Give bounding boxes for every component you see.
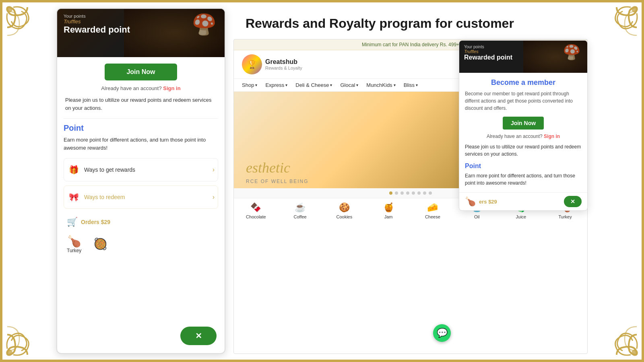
express-arrow-icon: ▾ <box>285 83 287 87</box>
right-panel: Rewards and Royalty program for customer… <box>233 8 588 354</box>
munchkids-label: MunchKids <box>366 82 392 88</box>
right-popup: Your points Truffles Rewarded point 🍄 Be… <box>459 40 588 211</box>
become-member-desc: Become our member to get reward point th… <box>465 90 582 112</box>
dot-7[interactable] <box>423 191 426 195</box>
dot-8[interactable] <box>429 191 432 195</box>
logo-image: 🏆 <box>242 54 262 74</box>
nav-express[interactable]: Express ▾ <box>265 82 287 88</box>
ornament-bottom-left <box>3 311 52 359</box>
turkey-label: Turkey <box>67 248 81 253</box>
orders-icon: 🛒 <box>67 217 78 227</box>
point-description: Earn more point for different actions, a… <box>64 136 218 152</box>
popup-body: Become a member Become our member to get… <box>459 73 587 192</box>
dot-5[interactable] <box>412 191 415 195</box>
category-cookies[interactable]: 🍪 Cookies <box>322 202 367 219</box>
left-phone-mockup: Your points Truffles Rewarded point 🍄 Jo… <box>56 8 225 354</box>
sign-in-link[interactable]: Sign in <box>163 85 180 91</box>
popup-join-button[interactable]: Join Now <box>503 117 544 130</box>
dot-2[interactable] <box>395 191 398 195</box>
point-title: Point <box>64 123 218 133</box>
chocolate-icon: 🍫 <box>250 202 261 213</box>
svg-point-2 <box>6 350 12 356</box>
shop-arrow-icon: ▾ <box>255 83 257 87</box>
close-button[interactable]: ✕ <box>180 327 217 345</box>
munchkids-arrow-icon: ▾ <box>394 83 396 87</box>
phone-header-text: Your points Truffles Rewarded point <box>64 14 218 35</box>
svg-point-1 <box>632 6 638 12</box>
bliss-arrow-icon: ▾ <box>416 83 418 87</box>
hero-sub-text: RCE OF WELL BEING <box>246 179 309 184</box>
category-cheese[interactable]: 🧀 Cheese <box>411 202 455 219</box>
ornament-top-right <box>592 3 641 51</box>
cookies-label: Cookies <box>336 214 353 219</box>
account-text: Already have an account? Sign in <box>64 85 218 91</box>
orders-bar: 🛒 Orders $29 <box>64 213 218 231</box>
main-container: Your points Truffles Rewarded point 🍄 Jo… <box>56 8 588 354</box>
jam-icon: 🍯 <box>383 202 394 213</box>
dot-1[interactable] <box>389 191 392 195</box>
ways-get-label: Ways to get rewards <box>84 167 135 173</box>
popup-header: Your points Truffles Rewarded point 🍄 <box>459 41 587 73</box>
category-jam[interactable]: 🍯 Jam <box>366 202 411 219</box>
description-text: Please join us to ultilize our reward po… <box>64 96 218 112</box>
site-logo: 🏆 Greatshub Rewards & Loyalty <box>242 54 302 74</box>
dot-6[interactable] <box>417 191 421 195</box>
svg-point-0 <box>6 6 12 12</box>
join-now-button[interactable]: Join Now <box>105 64 177 80</box>
deli-arrow-icon: ▾ <box>330 83 332 87</box>
popup-sign-in-link[interactable]: Sign in <box>544 134 560 139</box>
ornament-top-left <box>3 3 52 51</box>
category-chocolate[interactable]: 🍫 Chocolate <box>234 202 278 219</box>
gift-icon: 🎁 <box>67 163 80 176</box>
popup-please-text: Please join us to ultilize our reward po… <box>465 143 582 158</box>
nav-shop[interactable]: Shop ▾ <box>242 82 257 88</box>
ornament-bottom-right <box>592 311 641 359</box>
logo-subtitle: Rewards & Loyalty <box>265 66 302 70</box>
phone-header-rewarded: Rewarded point <box>64 25 218 35</box>
turkey-icon: 🍗 <box>67 234 81 248</box>
express-label: Express <box>265 82 284 88</box>
ways-get-rewards-item[interactable]: 🎁 Ways to get rewards › <box>64 158 218 181</box>
popup-bottom-bar: 🍗 ers $29 ✕ <box>459 192 587 210</box>
turkey2-icon: 🥘 <box>93 237 107 251</box>
nav-deli[interactable]: Deli & Cheese ▾ <box>295 82 332 88</box>
ways-redeem-item[interactable]: 🎀 Ways to redeem › <box>64 185 218 209</box>
nav-glocal[interactable]: Glocal ▾ <box>340 82 358 88</box>
cheese-icon: 🧀 <box>427 202 438 213</box>
shop-label: Shop <box>242 82 254 88</box>
category-coffee[interactable]: ☕ Coffee <box>278 202 322 219</box>
bliss-label: Bliss <box>404 82 415 88</box>
phone-header-truffle: Truffles <box>64 19 218 25</box>
become-member-title: Become a member <box>465 78 582 87</box>
redeem-icon: 🎀 <box>67 191 80 204</box>
chevron-right-redeem-icon: › <box>213 193 215 201</box>
coffee-label: Coffee <box>294 214 307 219</box>
popup-close-button[interactable]: ✕ <box>564 196 582 207</box>
hero-text: esthetic <box>246 159 290 176</box>
popup-truffle: Truffles <box>464 49 582 54</box>
phone-body: Join Now Already have an account? Sign i… <box>57 57 225 263</box>
dot-4[interactable] <box>406 191 409 195</box>
turkey-section: 🍗 Turkey 🥘 <box>64 231 218 257</box>
nav-bliss[interactable]: Bliss ▾ <box>404 82 418 88</box>
turkey-cat-label: Turkey <box>559 214 572 219</box>
page-title: Rewards and Royalty program for customer <box>246 16 588 31</box>
popup-point-desc: Earn more point for different actions, a… <box>465 172 582 187</box>
dot-3[interactable] <box>400 191 404 195</box>
whatsapp-button[interactable]: 💬 <box>433 324 451 342</box>
juice-label: Juice <box>516 214 526 219</box>
popup-header-text: Your points Truffles Rewarded point <box>464 45 582 61</box>
chevron-right-icon: › <box>213 166 215 173</box>
popup-account-text: Already have an account? Sign in <box>465 134 582 139</box>
deli-label: Deli & Cheese <box>295 82 329 88</box>
phone-header-sub: Your points <box>64 14 218 19</box>
glocal-label: Glocal <box>340 82 355 88</box>
cheese-label: Cheese <box>425 214 440 219</box>
cookies-icon: 🍪 <box>339 202 350 213</box>
nav-munchkids[interactable]: MunchKids ▾ <box>366 82 395 88</box>
svg-point-3 <box>632 350 638 356</box>
coffee-icon: ☕ <box>295 202 305 213</box>
phone-header: Your points Truffles Rewarded point 🍄 <box>57 9 225 57</box>
oil-label: Oil <box>474 214 479 219</box>
logo-name: Greatshub <box>265 58 302 66</box>
